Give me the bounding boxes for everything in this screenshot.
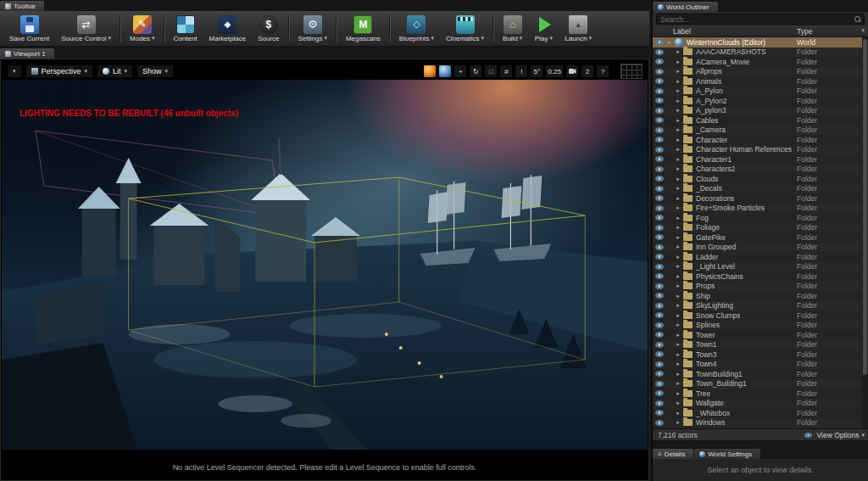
- expander-arrow-icon[interactable]: ►: [675, 79, 682, 84]
- visibility-eye-icon[interactable]: [655, 108, 664, 114]
- visibility-eye-icon[interactable]: [655, 215, 664, 221]
- expander-arrow-icon[interactable]: ►: [675, 176, 682, 182]
- outliner-row[interactable]: ►_Light LevelFolder: [653, 262, 862, 272]
- outliner-row[interactable]: ►Town_Building1Folder: [653, 379, 862, 389]
- outliner-row[interactable]: ►WallgateFolder: [653, 399, 862, 409]
- visibility-eye-icon[interactable]: [655, 400, 664, 406]
- expander-arrow-icon[interactable]: ►: [675, 147, 682, 152]
- visibility-eye-icon[interactable]: [655, 137, 664, 143]
- visibility-eye-icon[interactable]: [655, 420, 664, 426]
- expander-arrow-icon[interactable]: ►: [675, 196, 682, 201]
- save-current-button[interactable]: Save Current: [3, 14, 55, 44]
- modes-button[interactable]: Modes▾: [124, 14, 161, 44]
- visibility-eye-icon[interactable]: [655, 166, 664, 172]
- outliner-row[interactable]: ►_DecalsFolder: [653, 184, 862, 194]
- camera-icon[interactable]: [565, 64, 579, 78]
- viewport-scene[interactable]: [2, 80, 648, 450]
- expander-arrow-icon[interactable]: ►: [675, 69, 682, 74]
- expander-arrow-icon[interactable]: ►: [675, 59, 682, 64]
- outliner-row[interactable]: ►CablesFolder: [653, 115, 862, 126]
- visibility-eye-icon[interactable]: [655, 390, 664, 396]
- scrollbar-thumb[interactable]: [863, 39, 867, 375]
- expander-arrow-icon[interactable]: ►: [675, 294, 682, 299]
- visibility-eye-icon[interactable]: [655, 283, 664, 289]
- expander-arrow-icon[interactable]: ►: [675, 264, 682, 269]
- visibility-eye-icon[interactable]: [655, 244, 664, 250]
- tab-toolbar[interactable]: Toolbar: [0, 1, 44, 11]
- build-button[interactable]: Build▾: [497, 14, 528, 44]
- visibility-eye-icon[interactable]: [655, 234, 664, 240]
- visibility-eye-icon[interactable]: [655, 49, 664, 55]
- expander-arrow-icon[interactable]: ►: [675, 235, 682, 240]
- expander-arrow-icon[interactable]: ►: [675, 283, 682, 288]
- expander-arrow-icon[interactable]: ►: [675, 352, 682, 357]
- help-icon[interactable]: ?: [596, 64, 609, 78]
- outliner-row[interactable]: ►SkyLightingFolder: [653, 301, 862, 311]
- outliner-row[interactable]: ►Town4Folder: [653, 360, 862, 370]
- outliner-row[interactable]: ►GatePikeFolder: [653, 232, 862, 243]
- visibility-eye-icon[interactable]: [655, 59, 664, 64]
- expander-arrow-icon[interactable]: ►: [675, 49, 682, 54]
- visibility-eye-icon[interactable]: [655, 322, 664, 328]
- outliner-row[interactable]: ►CharacterFolder: [653, 135, 862, 145]
- visibility-eye-icon[interactable]: [655, 361, 664, 367]
- visibility-eye-icon[interactable]: [655, 156, 664, 162]
- play-button[interactable]: Play▾: [528, 14, 559, 44]
- tab-world-outliner[interactable]: World Outliner: [653, 2, 718, 12]
- expander-arrow-icon[interactable]: ►: [675, 254, 682, 260]
- outliner-row[interactable]: ►SplinesFolder: [653, 321, 862, 331]
- visibility-eye-icon[interactable]: [655, 342, 664, 348]
- outliner-row[interactable]: ►WindowsFolder: [653, 418, 862, 428]
- outliner-row[interactable]: ►A_Pylon2Folder: [653, 96, 862, 106]
- expander-arrow-icon[interactable]: ►: [675, 225, 682, 230]
- visibility-eye-icon[interactable]: [655, 293, 664, 299]
- outliner-row[interactable]: ►Inn GroupedFolder: [653, 243, 862, 253]
- column-label[interactable]: Label: [673, 27, 691, 36]
- expander-arrow-icon[interactable]: ►: [675, 391, 682, 396]
- move-icon[interactable]: +: [453, 64, 467, 78]
- expander-arrow-icon[interactable]: ►: [675, 361, 682, 366]
- visibility-eye-icon[interactable]: [655, 273, 664, 279]
- viewport-layout-icon[interactable]: [620, 64, 643, 79]
- outliner-row[interactable]: ►ShipFolder: [653, 291, 862, 301]
- expander-arrow-icon[interactable]: ►: [675, 342, 682, 347]
- visibility-eye-icon[interactable]: [655, 195, 664, 201]
- marketplace-button[interactable]: Marketplace: [203, 14, 253, 44]
- visibility-eye-icon[interactable]: [655, 205, 664, 211]
- visibility-eye-icon[interactable]: [655, 78, 664, 84]
- expander-arrow-icon[interactable]: ►: [675, 118, 682, 123]
- visibility-eye-icon[interactable]: [655, 264, 664, 270]
- search-input[interactable]: [657, 14, 864, 24]
- outliner-row[interactable]: ►PhysicsChainsFolder: [653, 271, 862, 282]
- expander-arrow-icon[interactable]: ►: [675, 98, 682, 103]
- expander-arrow-icon[interactable]: ►: [675, 137, 682, 143]
- expander-arrow-icon[interactable]: ►: [675, 372, 682, 377]
- outliner-row[interactable]: ►AnimalsFolder: [653, 76, 862, 87]
- outliner-row[interactable]: ►LadderFolder: [653, 252, 862, 262]
- visibility-eye-icon[interactable]: [655, 117, 664, 123]
- perspective-button[interactable]: Perspective ▾: [25, 64, 94, 78]
- visibility-eye-icon[interactable]: [655, 69, 664, 75]
- warning-icon[interactable]: !: [515, 64, 528, 78]
- rotate-icon[interactable]: ↻: [469, 64, 482, 78]
- tab-world-settings[interactable]: World Settings: [694, 449, 760, 459]
- outliner-row[interactable]: ►DecorationsFolder: [653, 193, 862, 204]
- show-button[interactable]: Show ▾: [136, 64, 174, 78]
- visibility-eye-icon[interactable]: [655, 371, 664, 377]
- expander-arrow-icon[interactable]: ►: [666, 40, 673, 45]
- outliner-row[interactable]: ►FoliageFolder: [653, 223, 862, 233]
- outliner-row[interactable]: ►Characters2Folder: [653, 165, 862, 175]
- expander-arrow-icon[interactable]: ►: [675, 303, 682, 308]
- outliner-row[interactable]: ►Character1Folder: [653, 154, 862, 165]
- outliner-scrollbar[interactable]: [862, 37, 868, 428]
- megascans-button[interactable]: Megascans: [340, 14, 387, 44]
- visibility-eye-icon[interactable]: [655, 225, 664, 231]
- expander-arrow-icon[interactable]: ►: [675, 322, 682, 327]
- visibility-eye-icon[interactable]: [655, 39, 664, 45]
- expander-arrow-icon[interactable]: ►: [675, 381, 682, 386]
- cinematics-button[interactable]: Cinematics▾: [440, 14, 490, 44]
- visibility-eye-icon[interactable]: [655, 312, 664, 318]
- outliner-row[interactable]: ►AAACAMERASHOTSFolder: [653, 48, 862, 58]
- outliner-row[interactable]: ►Town3Folder: [653, 350, 862, 360]
- visibility-eye-icon[interactable]: [655, 410, 664, 416]
